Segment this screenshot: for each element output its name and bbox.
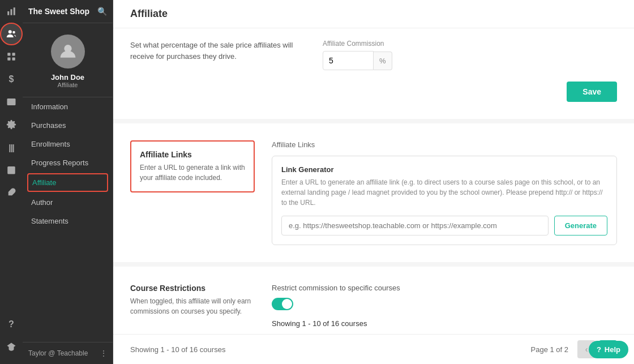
sidebar: The Sweet Shop 🔍 John Doe Affiliate Info… [23, 0, 113, 364]
affiliate-links-right: Affiliate Links Link Generator Enter a U… [272, 140, 617, 245]
nav-bottom: ? [0, 313, 23, 364]
chart-nav-icon[interactable] [0, 0, 23, 23]
affiliate-links-section: Affiliate Links Enter a URL to generate … [113, 123, 634, 267]
commission-description: Set what percentage of the sale price af… [130, 40, 300, 62]
save-btn-wrap: Save [323, 82, 617, 102]
affiliate-links-title: Affiliate Links [140, 150, 245, 159]
svg-rect-1 [11, 9, 12, 15]
shop-name: The Sweet Shop [28, 7, 89, 16]
commission-percent-symbol: % [374, 52, 392, 70]
calendar-nav-icon[interactable] [0, 159, 23, 181]
sidebar-item-author[interactable]: Author [23, 193, 113, 212]
svg-rect-2 [14, 7, 15, 15]
users-nav-icon[interactable] [0, 23, 23, 45]
library-nav-icon[interactable]: ||| [0, 136, 23, 159]
link-generator-title: Link Generator [281, 165, 607, 174]
dollar-nav-icon[interactable]: $ [0, 68, 23, 91]
sidebar-nav: Information Purchases Enrollments Progre… [23, 97, 113, 342]
svg-point-3 [8, 30, 12, 33]
course-restrictions-right: Restrict commission to specific courses … [272, 284, 617, 328]
toggle-wrap [272, 298, 617, 310]
restrict-toggle[interactable] [272, 298, 293, 310]
commission-value-input[interactable] [323, 51, 374, 70]
svg-rect-5 [7, 53, 10, 55]
more-options-icon[interactable]: ⋮ [100, 349, 107, 357]
page-info: Page 1 of 2 [531, 345, 569, 354]
footer-user: Taylor @ Teachable [28, 349, 88, 357]
sidebar-item-progress-reports[interactable]: Progress Reports [23, 153, 113, 172]
user-profile: John Doe Affiliate [23, 23, 113, 97]
link-generator-box: Link Generator Enter a URL to generate a… [272, 156, 617, 245]
help-label: Help [605, 345, 620, 354]
nav-bar: $ ||| ? [0, 0, 23, 364]
avatar [51, 35, 85, 68]
svg-rect-8 [12, 58, 15, 61]
main-header: Affiliate [113, 0, 634, 28]
sidebar-item-statements[interactable]: Statements [23, 212, 113, 230]
page-title: Affiliate [130, 8, 617, 20]
commission-input-group: % [323, 51, 392, 70]
sidebar-item-affiliate[interactable]: Affiliate [27, 173, 108, 192]
course-restrictions-section: Course Restrictions When toggled, this a… [113, 267, 634, 345]
search-icon[interactable]: 🔍 [97, 7, 107, 16]
showing-courses-text: Showing 1 - 10 of 16 courses [272, 319, 617, 328]
sidebar-item-information[interactable]: Information [23, 97, 113, 116]
settings-nav-icon[interactable] [0, 113, 23, 136]
help-button[interactable]: ? Help [589, 341, 628, 358]
help-icon: ? [597, 345, 601, 354]
svg-rect-10 [7, 166, 15, 174]
link-input-group: Generate [281, 216, 607, 235]
svg-rect-7 [7, 58, 10, 61]
user-name: John Doe [51, 73, 84, 82]
link-generator-desc: Enter a URL to generate an affiliate lin… [281, 177, 607, 208]
commission-section: Set what percentage of the sale price af… [113, 28, 634, 123]
generate-button[interactable]: Generate [554, 216, 607, 235]
save-button[interactable]: Save [567, 82, 617, 102]
affiliate-links-left: Affiliate Links Enter a URL to generate … [130, 140, 255, 192]
affiliate-links-desc: Enter a URL to generate a link with your… [140, 162, 245, 183]
bottom-bar: Showing 1 - 10 of 16 courses Page 1 of 2… [113, 334, 634, 364]
link-generator-input[interactable] [281, 216, 549, 235]
commission-input-area: Affiliate Commission % Save [300, 40, 617, 102]
sidebar-item-enrollments[interactable]: Enrollments [23, 135, 113, 153]
svg-rect-0 [7, 11, 9, 15]
user-role: Affiliate [58, 82, 78, 88]
commission-label: Affiliate Commission [323, 40, 384, 48]
affiliate-links-right-label: Affiliate Links [272, 140, 617, 149]
help-nav-icon[interactable]: ? [0, 313, 23, 336]
sidebar-footer: Taylor @ Teachable ⋮ [23, 342, 113, 364]
course-restrictions-left: Course Restrictions When toggled, this a… [130, 284, 255, 316]
main-content: Affiliate Set what percentage of the sal… [113, 0, 634, 364]
restrict-commission-label: Restrict commission to specific courses [272, 284, 617, 292]
affiliate-links-info-box: Affiliate Links Enter a URL to generate … [130, 140, 255, 192]
commission-desc-text: Set what percentage of the sale price af… [130, 40, 300, 62]
puzzle-nav-icon[interactable] [0, 181, 23, 204]
showing-label: Showing 1 - 10 of 16 courses [130, 345, 225, 354]
course-restrictions-title: Course Restrictions [130, 284, 255, 293]
graduation-nav-icon[interactable] [0, 336, 23, 358]
sidebar-item-purchases[interactable]: Purchases [23, 116, 113, 135]
svg-rect-6 [12, 53, 15, 55]
courses-nav-icon[interactable] [0, 45, 23, 68]
course-restrictions-desc: When toggled, this affiliate will only e… [130, 296, 255, 316]
svg-point-4 [12, 31, 15, 34]
mail-nav-icon[interactable] [0, 91, 23, 113]
sidebar-header: The Sweet Shop 🔍 [23, 0, 113, 23]
